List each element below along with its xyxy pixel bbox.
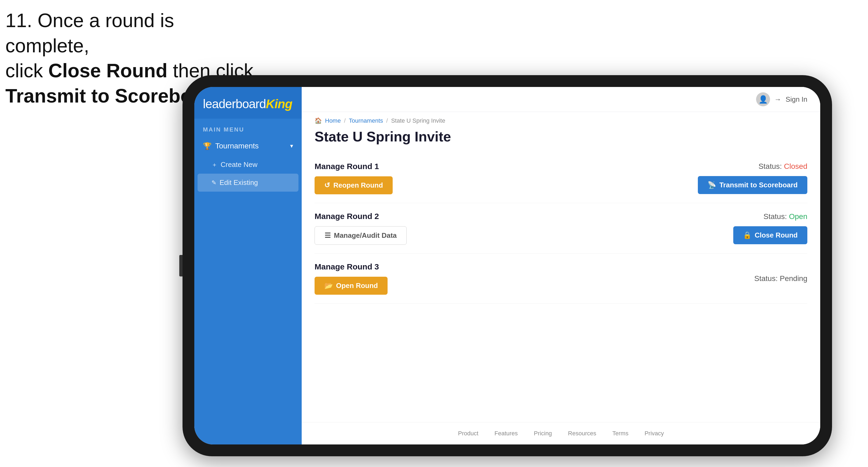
sign-in-area[interactable]: 👤 → Sign In	[756, 92, 807, 106]
reopen-round-button[interactable]: ↺ Reopen Round	[315, 176, 393, 194]
sidebar-item-edit-existing[interactable]: ✎ Edit Existing	[197, 174, 299, 192]
plus-icon: ＋	[212, 161, 217, 169]
round1-title: Manage Round 1	[315, 162, 393, 171]
sidebar-tournaments-label: Tournaments	[215, 142, 259, 150]
footer-link-features[interactable]: Features	[494, 430, 518, 437]
footer-link-privacy[interactable]: Privacy	[644, 430, 664, 437]
open-round-button[interactable]: 📂 Open Round	[315, 277, 388, 295]
round3-status-value: Pending	[780, 274, 807, 283]
manage-audit-data-label: Manage/Audit Data	[334, 231, 397, 240]
audit-icon: ☰	[324, 231, 331, 240]
instruction-bold1: Close Round	[48, 60, 167, 81]
close-round-button[interactable]: 🔒 Close Round	[733, 226, 807, 244]
round2-right: Status: Open 🔒 Close Round	[733, 212, 807, 244]
app-footer: Product Features Pricing Resources Terms…	[302, 422, 820, 444]
transmit-icon: 📡	[708, 181, 716, 189]
open-round-label: Open Round	[336, 282, 378, 290]
sidebar-menu-label: MAIN MENU	[194, 119, 302, 136]
breadcrumb-current: State U Spring Invite	[391, 117, 445, 124]
transmit-to-scoreboard-button[interactable]: 📡 Transmit to Scoreboard	[698, 176, 807, 194]
manage-audit-data-button[interactable]: ☰ Manage/Audit Data	[315, 226, 407, 245]
round3-left: Manage Round 3 📂 Open Round	[315, 262, 388, 295]
page-title: State U Spring Invite	[302, 126, 820, 153]
round2-title: Manage Round 2	[315, 212, 407, 221]
logo-area: leaderboardKing	[194, 87, 302, 119]
footer-link-pricing[interactable]: Pricing	[534, 430, 552, 437]
round1-status-value: Closed	[784, 162, 807, 170]
footer-link-terms[interactable]: Terms	[613, 430, 628, 437]
round-row-1: Manage Round 1 ↺ Reopen Round Status: Cl…	[315, 153, 807, 203]
round2-status: Status: Open	[764, 212, 807, 221]
tablet-device: leaderboardKing MAIN MENU 🏆 Tournaments …	[183, 75, 832, 456]
top-nav: 👤 → Sign In	[302, 87, 820, 112]
footer-link-product[interactable]: Product	[458, 430, 478, 437]
sidebar-create-new-label: Create New	[221, 160, 257, 169]
trophy-icon: 🏆	[203, 142, 212, 150]
close-icon: 🔒	[743, 231, 751, 240]
round-row-3: Manage Round 3 📂 Open Round Status: Pend…	[315, 254, 807, 304]
reopen-icon: ↺	[324, 181, 330, 189]
logo-part1: leaderboard	[203, 97, 266, 111]
round2-status-value: Open	[789, 212, 808, 221]
tablet-side-button	[179, 255, 183, 276]
close-round-label: Close Round	[755, 231, 798, 240]
breadcrumb-tournaments-link[interactable]: Tournaments	[349, 117, 383, 124]
logo: leaderboardKing	[203, 97, 293, 111]
edit-icon: ✎	[212, 179, 216, 186]
app-layout: leaderboardKing MAIN MENU 🏆 Tournaments …	[194, 87, 820, 444]
round1-right: Status: Closed 📡 Transmit to Scoreboard	[698, 162, 807, 194]
main-content: 👤 → Sign In 🏠 Home / Tournaments / State…	[302, 87, 820, 444]
round1-left: Manage Round 1 ↺ Reopen Round	[315, 162, 393, 194]
instruction-line1: 11. Once a round is complete,	[5, 10, 174, 56]
open-icon: 📂	[324, 282, 333, 290]
chevron-down-icon: ▾	[290, 143, 293, 150]
sign-in-label: →	[774, 95, 781, 103]
transmit-to-scoreboard-label: Transmit to Scoreboard	[719, 181, 798, 189]
sidebar-item-create-new[interactable]: ＋ Create New	[194, 156, 302, 174]
breadcrumb-home-icon: 🏠	[315, 117, 322, 124]
breadcrumb-sep1: /	[344, 117, 346, 124]
tablet-screen: leaderboardKing MAIN MENU 🏆 Tournaments …	[194, 87, 820, 444]
sidebar: leaderboardKing MAIN MENU 🏆 Tournaments …	[194, 87, 302, 444]
breadcrumb-home-link[interactable]: Home	[325, 117, 341, 124]
rounds-container: Manage Round 1 ↺ Reopen Round Status: Cl…	[302, 153, 820, 422]
breadcrumb-sep2: /	[386, 117, 388, 124]
round1-status: Status: Closed	[758, 162, 807, 171]
instruction-line2: click	[5, 60, 48, 81]
round3-status: Status: Pending	[754, 274, 807, 283]
round2-left: Manage Round 2 ☰ Manage/Audit Data	[315, 212, 407, 245]
reopen-round-label: Reopen Round	[333, 181, 383, 189]
sidebar-item-tournaments[interactable]: 🏆 Tournaments ▾	[194, 136, 302, 156]
footer-link-resources[interactable]: Resources	[568, 430, 596, 437]
round3-right: Status: Pending	[754, 274, 807, 283]
user-avatar: 👤	[756, 92, 770, 106]
sidebar-edit-existing-label: Edit Existing	[220, 179, 258, 187]
sign-in-text: Sign In	[785, 95, 807, 103]
round-row-2: Manage Round 2 ☰ Manage/Audit Data Statu…	[315, 203, 807, 254]
logo-king: King	[266, 97, 292, 111]
breadcrumb: 🏠 Home / Tournaments / State U Spring In…	[302, 112, 820, 126]
round3-title: Manage Round 3	[315, 262, 388, 271]
